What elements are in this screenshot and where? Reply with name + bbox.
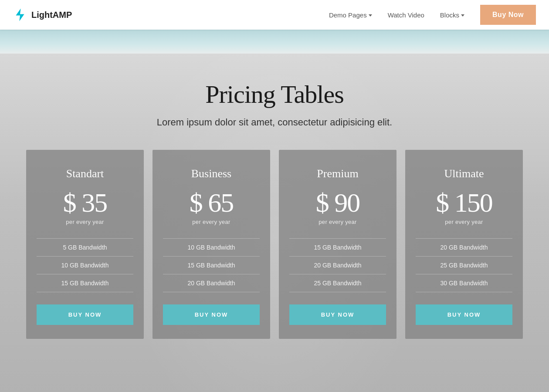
- content-wrapper: Pricing Tables Lorem ipsum dolor sit ame…: [13, 80, 536, 339]
- blocks-chevron-icon: [461, 14, 464, 17]
- hero-strip: [0, 30, 549, 54]
- svg-marker-0: [16, 9, 24, 21]
- blocks-nav[interactable]: Blocks: [440, 11, 464, 19]
- pricing-card-business: Business$ 65per every year10 GB Bandwidt…: [152, 150, 270, 339]
- watch-video-label: Watch Video: [388, 11, 424, 19]
- pricing-card-ultimate: Ultimate$ 150per every year20 GB Bandwid…: [405, 150, 523, 339]
- demo-pages-nav[interactable]: Demo Pages: [329, 11, 372, 19]
- brand: LightAMP: [13, 8, 72, 22]
- plan-period-2: per every year: [289, 219, 386, 225]
- plan-buy-btn-1[interactable]: BUY NOW: [163, 304, 260, 325]
- plan-features-3: 20 GB Bandwidth25 GB Bandwidth30 GB Band…: [416, 238, 512, 292]
- plan-buy-btn-2[interactable]: BUY NOW: [289, 304, 386, 325]
- demo-pages-chevron-icon: [369, 14, 372, 17]
- watch-video-nav[interactable]: Watch Video: [388, 11, 424, 19]
- plan-feature-1-1: 15 GB Bandwidth: [163, 257, 260, 274]
- page-title: Pricing Tables: [26, 80, 523, 109]
- plan-buy-btn-3[interactable]: BUY NOW: [416, 304, 512, 325]
- plan-feature-1-0: 10 GB Bandwidth: [163, 239, 260, 257]
- plan-feature-2-1: 20 GB Bandwidth: [289, 257, 386, 274]
- plan-price-2: $ 90: [289, 189, 386, 216]
- plan-name-1: Business: [163, 167, 260, 180]
- plan-feature-1-2: 20 GB Bandwidth: [163, 274, 260, 292]
- demo-pages-label: Demo Pages: [329, 11, 367, 19]
- plan-features-0: 5 GB Bandwidth10 GB Bandwidth15 GB Bandw…: [37, 238, 133, 292]
- pricing-grid: Standart$ 35per every year5 GB Bandwidth…: [26, 150, 523, 339]
- plan-price-3: $ 150: [416, 189, 512, 216]
- plan-period-3: per every year: [416, 219, 512, 225]
- page-subtitle: Lorem ipsum dolor sit amet, consectetur …: [26, 117, 523, 128]
- brand-logo-icon: [13, 8, 27, 22]
- plan-feature-2-2: 25 GB Bandwidth: [289, 274, 386, 292]
- plan-feature-0-1: 10 GB Bandwidth: [37, 257, 133, 274]
- plan-price-1: $ 65: [163, 189, 260, 216]
- plan-feature-0-0: 5 GB Bandwidth: [37, 239, 133, 257]
- pricing-card-premium: Premium$ 90per every year15 GB Bandwidth…: [279, 150, 396, 339]
- plan-features-2: 15 GB Bandwidth20 GB Bandwidth25 GB Band…: [289, 238, 386, 292]
- plan-name-2: Premium: [289, 167, 386, 180]
- main-content: Pricing Tables Lorem ipsum dolor sit ame…: [0, 54, 549, 392]
- blocks-label: Blocks: [440, 11, 459, 19]
- plan-name-0: Standart: [37, 167, 133, 180]
- plan-period-0: per every year: [37, 219, 133, 225]
- brand-name: LightAMP: [31, 10, 72, 20]
- plan-price-0: $ 35: [37, 189, 133, 216]
- plan-period-1: per every year: [163, 219, 260, 225]
- plan-feature-3-0: 20 GB Bandwidth: [416, 239, 512, 257]
- plan-name-3: Ultimate: [416, 167, 512, 180]
- plan-feature-2-0: 15 GB Bandwidth: [289, 239, 386, 257]
- plan-features-1: 10 GB Bandwidth15 GB Bandwidth20 GB Band…: [163, 238, 260, 292]
- plan-feature-3-2: 30 GB Bandwidth: [416, 274, 512, 292]
- pricing-card-standart: Standart$ 35per every year5 GB Bandwidth…: [26, 150, 144, 339]
- navbar: LightAMP Demo Pages Watch Video Blocks B…: [0, 0, 549, 30]
- plan-buy-btn-0[interactable]: BUY NOW: [37, 304, 133, 325]
- main-nav: Demo Pages Watch Video Blocks Buy Now: [329, 5, 536, 25]
- buy-now-button[interactable]: Buy Now: [480, 5, 536, 25]
- plan-feature-0-2: 15 GB Bandwidth: [37, 274, 133, 292]
- plan-feature-3-1: 25 GB Bandwidth: [416, 257, 512, 274]
